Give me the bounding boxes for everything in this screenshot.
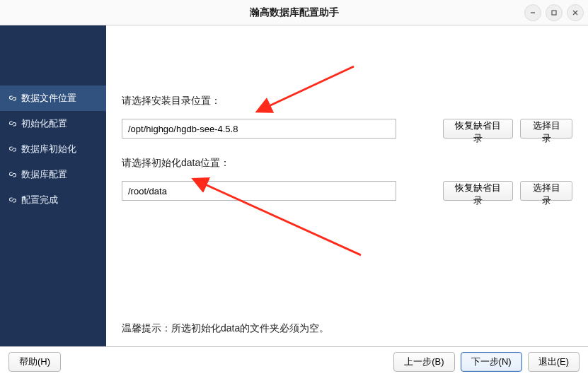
sidebar-item-label: 数据库配置: [21, 168, 67, 181]
maximize-button[interactable]: [546, 4, 563, 21]
next-button[interactable]: 下一步(N): [461, 352, 522, 372]
minimize-button[interactable]: [524, 4, 541, 21]
exit-button[interactable]: 退出(E): [528, 352, 580, 372]
hint-text: 温馨提示：所选初始化data的文件夹必须为空。: [122, 322, 329, 335]
link-icon: [8, 145, 17, 153]
install-dir-label: 请选择安装目录位置：: [122, 95, 572, 107]
data-dir-label: 请选择初始化data位置：: [122, 157, 572, 170]
install-dir-group: 请选择安装目录位置： 恢复缺省目录 选择目录: [122, 95, 572, 139]
sidebar-item-db-config[interactable]: 数据库配置: [0, 162, 106, 187]
data-dir-restore-button[interactable]: 恢复缺省目录: [443, 181, 513, 201]
data-dir-group: 请选择初始化data位置： 恢复缺省目录 选择目录: [122, 157, 572, 201]
link-icon: [8, 196, 17, 204]
svg-rect-1: [552, 11, 556, 15]
link-icon: [8, 170, 17, 179]
data-dir-input[interactable]: [122, 181, 396, 201]
window-title: 瀚高数据库配置助手: [0, 6, 588, 19]
link-icon: [8, 94, 17, 102]
prev-button[interactable]: 上一步(B): [393, 352, 454, 372]
data-dir-choose-button[interactable]: 选择目录: [520, 181, 572, 201]
data-dir-row: 恢复缺省目录 选择目录: [122, 181, 572, 201]
titlebar: 瀚高数据库配置助手: [0, 0, 588, 25]
sidebar-item-db-init[interactable]: 数据库初始化: [0, 136, 106, 162]
install-dir-restore-button[interactable]: 恢复缺省目录: [443, 119, 513, 139]
content-pane: 请选择安装目录位置： 恢复缺省目录 选择目录 请选择初始化data位置： 恢复缺…: [106, 25, 588, 346]
sidebar-item-done[interactable]: 配置完成: [0, 187, 106, 213]
sidebar-item-init-config[interactable]: 初始化配置: [0, 111, 106, 136]
close-button[interactable]: [567, 4, 584, 21]
window-controls: [524, 4, 584, 21]
link-icon: [8, 119, 17, 128]
sidebar-item-label: 数据文件位置: [21, 92, 76, 105]
install-dir-choose-button[interactable]: 选择目录: [520, 119, 572, 139]
footer: 帮助(H) 上一步(B) 下一步(N) 退出(E): [0, 346, 588, 376]
install-dir-row: 恢复缺省目录 选择目录: [122, 119, 572, 139]
sidebar: 数据文件位置初始化配置数据库初始化数据库配置配置完成: [0, 25, 106, 346]
install-dir-input[interactable]: [122, 119, 396, 139]
sidebar-item-label: 数据库初始化: [21, 143, 76, 155]
sidebar-item-label: 初始化配置: [21, 117, 67, 130]
sidebar-item-label: 配置完成: [21, 194, 58, 206]
sidebar-item-data-location[interactable]: 数据文件位置: [0, 86, 106, 111]
main-body: 数据文件位置初始化配置数据库初始化数据库配置配置完成 请选择安装目录位置： 恢复…: [0, 25, 588, 346]
help-button[interactable]: 帮助(H): [8, 352, 61, 372]
